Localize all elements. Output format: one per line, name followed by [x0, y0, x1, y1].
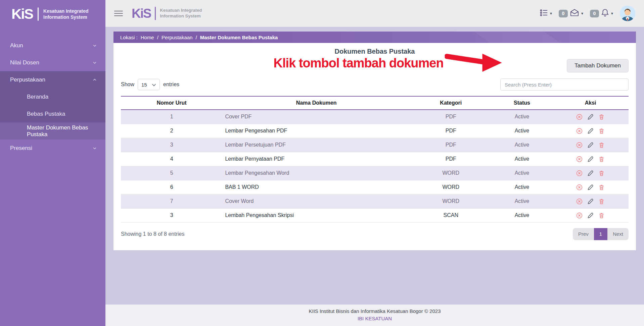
sidebar-item-beranda[interactable]: Beranda: [0, 88, 105, 105]
edit-icon[interactable]: [587, 212, 594, 219]
cell-nomor: 5: [121, 166, 222, 180]
hamburger-menu-icon[interactable]: [114, 11, 123, 16]
table-row: 5 Lembar Pengesahan Word WORD Active: [121, 166, 629, 180]
search-input[interactable]: [500, 78, 629, 91]
notifications-badge: 0: [590, 10, 599, 17]
delete-icon[interactable]: [598, 156, 605, 162]
tasks-dropdown[interactable]: ▾: [540, 9, 552, 18]
delete-icon[interactable]: [598, 198, 605, 205]
brand-line1: Kesatuan Integrated: [43, 8, 89, 14]
brand-line1: Kesatuan Integrated: [160, 8, 202, 13]
deactivate-icon[interactable]: [576, 114, 583, 120]
breadcrumb-perpustakaan-link[interactable]: Perpustakaan: [162, 35, 193, 40]
sidebar-item-akun[interactable]: Akun: [0, 37, 105, 54]
deactivate-icon[interactable]: [576, 156, 583, 162]
cell-kategori: SCAN: [410, 208, 492, 222]
main-column: KiS Kesatuan Integrated Information Syst…: [105, 0, 644, 326]
header-aksi: Aksi: [552, 96, 629, 110]
table-header-row: Nomor Urut Nama Dokumen Kategori Status …: [121, 96, 629, 110]
pagination-prev-button[interactable]: Prev: [573, 228, 594, 240]
delete-icon[interactable]: [598, 142, 605, 148]
pagination: Prev 1 Next: [573, 228, 629, 240]
cell-nomor: 6: [121, 180, 222, 194]
edit-icon[interactable]: [587, 128, 594, 134]
sidebar-item-bebas-pustaka[interactable]: Bebas Pustaka: [0, 105, 105, 122]
notifications-dropdown[interactable]: 0 ▾: [590, 8, 613, 18]
breadcrumb-prefix: Lokasi :: [120, 35, 138, 40]
sidebar-item-perpustakaan[interactable]: Perpustakaan: [0, 71, 105, 88]
cell-kategori: WORD: [410, 194, 492, 208]
cell-kategori: PDF: [410, 124, 492, 138]
sidebar-item-nilai-dosen[interactable]: Nilai Dosen: [0, 54, 105, 71]
sidebar-item-label: Akun: [10, 42, 23, 49]
cell-kategori: PDF: [410, 152, 492, 166]
cell-status: Active: [492, 138, 552, 152]
sidebar-logo: KiS Kesatuan Integrated Information Syst…: [0, 0, 105, 28]
pagination-page-1-button[interactable]: 1: [594, 228, 607, 240]
sidebar-item-label: Master Dokumen Bebas Pustaka: [27, 124, 105, 138]
sidebar-item-master-dokumen-bebas-pustaka[interactable]: Master Dokumen Bebas Pustaka: [0, 122, 105, 140]
deactivate-icon[interactable]: [576, 184, 583, 191]
cell-status: Active: [492, 180, 552, 194]
deactivate-icon[interactable]: [576, 212, 583, 219]
logo-divider: [155, 7, 156, 20]
delete-icon[interactable]: [598, 128, 605, 134]
edit-icon[interactable]: [587, 114, 594, 120]
page-size-select[interactable]: 15: [138, 79, 160, 90]
delete-icon[interactable]: [598, 170, 605, 176]
chevron-up-icon: [93, 78, 97, 82]
cell-nomor: 4: [121, 152, 222, 166]
sidebar-item-label: Nilai Dosen: [10, 59, 39, 66]
breadcrumb-separator: /: [195, 35, 197, 40]
footer-ibi-kesatuan-link[interactable]: IBI KESATUAN: [105, 316, 644, 321]
deactivate-icon[interactable]: [576, 128, 583, 134]
table-controls: Show 15 entries: [121, 78, 629, 91]
deactivate-icon[interactable]: [576, 198, 583, 205]
sidebar-item-label: Perpustakaan: [10, 76, 45, 83]
page-size-value: 15: [141, 82, 147, 88]
messages-badge: 0: [559, 10, 568, 17]
table-row: 7 Cover Word WORD Active: [121, 194, 629, 208]
brand-text: Kesatuan Integrated Information System: [43, 8, 89, 20]
kis-logo: KiS: [11, 6, 33, 22]
bell-icon: [601, 8, 609, 18]
sidebar-item-label: Beranda: [27, 94, 48, 100]
deactivate-icon[interactable]: [576, 170, 583, 176]
cell-nama: Lembar Pengesahan Word: [222, 166, 410, 180]
cell-nama: Lembar Persetujuan PDF: [222, 138, 410, 152]
sidebar: KiS Kesatuan Integrated Information Syst…: [0, 0, 105, 326]
cell-nomor: 3: [121, 138, 222, 152]
sidebar-item-presensi[interactable]: Presensi: [0, 140, 105, 157]
edit-icon[interactable]: [587, 198, 594, 205]
cell-kategori: PDF: [410, 138, 492, 152]
messages-dropdown[interactable]: 0 ▾: [559, 9, 583, 18]
page-title: Dokumen Bebas Pustaka: [121, 48, 629, 57]
edit-icon[interactable]: [587, 170, 594, 176]
breadcrumb-home-link[interactable]: Home: [141, 35, 154, 40]
edit-icon[interactable]: [587, 184, 594, 191]
header-kategori: Kategori: [410, 96, 492, 110]
cell-kategori: PDF: [410, 110, 492, 124]
sidebar-menu: Akun Nilai Dosen Perpustakaan: [0, 37, 105, 157]
entries-label: entries: [163, 82, 179, 88]
sidebar-group-perpustakaan: Perpustakaan Beranda Bebas Pustaka Maste…: [0, 71, 105, 140]
edit-icon[interactable]: [587, 142, 594, 148]
cell-nomor: 7: [121, 194, 222, 208]
cell-status: Active: [492, 194, 552, 208]
edit-icon[interactable]: [587, 156, 594, 162]
delete-icon[interactable]: [598, 114, 605, 120]
user-avatar[interactable]: [620, 6, 635, 21]
deactivate-icon[interactable]: [576, 142, 583, 148]
delete-icon[interactable]: [598, 184, 605, 191]
cell-nama: Lembar Pengesahan PDF: [222, 124, 410, 138]
entries-summary: Showing 1 to 8 of 8 entries: [121, 231, 184, 237]
pagination-next-button[interactable]: Next: [607, 228, 629, 240]
cell-kategori: WORD: [410, 180, 492, 194]
content-area: Lokasi : Home / Perpustakaan / Master Do…: [105, 27, 644, 305]
cell-status: Active: [492, 124, 552, 138]
cell-status: Active: [492, 208, 552, 222]
page-size-control: Show 15 entries: [121, 79, 179, 90]
topbar-logo: KiS Kesatuan Integrated Information Syst…: [132, 6, 202, 21]
delete-icon[interactable]: [598, 212, 605, 219]
add-document-button[interactable]: Tambah Dokumen: [567, 59, 629, 72]
